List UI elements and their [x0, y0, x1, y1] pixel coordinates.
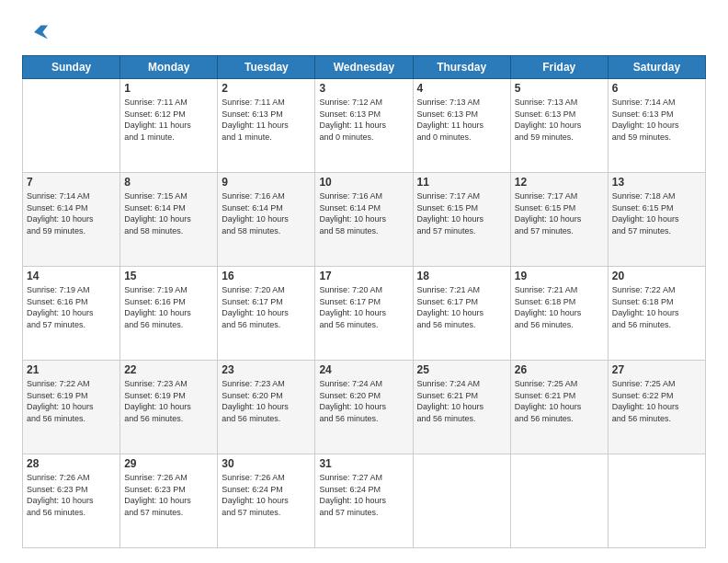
day-number: 2	[222, 82, 311, 95]
day-number: 22	[124, 363, 213, 376]
calendar-cell: 18Sunrise: 7:21 AM Sunset: 6:17 PM Dayli…	[413, 267, 510, 361]
day-info: Sunrise: 7:26 AM Sunset: 6:24 PM Dayligh…	[222, 472, 311, 518]
day-number: 5	[515, 82, 604, 95]
calendar-header-row: SundayMondayTuesdayWednesdayThursdayFrid…	[23, 56, 706, 79]
day-number: 25	[417, 363, 506, 376]
calendar-cell: 21Sunrise: 7:22 AM Sunset: 6:19 PM Dayli…	[23, 361, 120, 454]
day-number: 10	[319, 176, 408, 189]
calendar-cell: 4Sunrise: 7:13 AM Sunset: 6:13 PM Daylig…	[413, 79, 510, 173]
day-info: Sunrise: 7:20 AM Sunset: 6:17 PM Dayligh…	[319, 284, 408, 330]
logo	[22, 18, 51, 44]
calendar-cell	[23, 79, 120, 173]
day-number: 28	[27, 457, 116, 470]
calendar-cell	[413, 454, 510, 548]
day-info: Sunrise: 7:21 AM Sunset: 6:17 PM Dayligh…	[417, 284, 506, 330]
calendar-cell: 11Sunrise: 7:17 AM Sunset: 6:15 PM Dayli…	[413, 173, 510, 267]
day-number: 7	[27, 176, 116, 189]
svg-marker-0	[34, 25, 48, 39]
calendar-cell: 24Sunrise: 7:24 AM Sunset: 6:20 PM Dayli…	[315, 361, 413, 454]
calendar-cell	[510, 454, 608, 548]
day-info: Sunrise: 7:25 AM Sunset: 6:22 PM Dayligh…	[612, 378, 701, 424]
calendar-cell: 19Sunrise: 7:21 AM Sunset: 6:18 PM Dayli…	[510, 267, 608, 361]
day-info: Sunrise: 7:18 AM Sunset: 6:15 PM Dayligh…	[612, 190, 701, 236]
calendar-cell: 15Sunrise: 7:19 AM Sunset: 6:16 PM Dayli…	[120, 267, 218, 361]
calendar-cell: 17Sunrise: 7:20 AM Sunset: 6:17 PM Dayli…	[315, 267, 413, 361]
day-info: Sunrise: 7:11 AM Sunset: 6:13 PM Dayligh…	[222, 97, 311, 143]
day-info: Sunrise: 7:13 AM Sunset: 6:13 PM Dayligh…	[515, 97, 604, 143]
calendar-cell: 23Sunrise: 7:23 AM Sunset: 6:20 PM Dayli…	[218, 361, 315, 454]
day-number: 21	[27, 363, 116, 376]
calendar-cell: 2Sunrise: 7:11 AM Sunset: 6:13 PM Daylig…	[218, 79, 315, 173]
calendar-week-1: 1Sunrise: 7:11 AM Sunset: 6:12 PM Daylig…	[23, 79, 706, 173]
header	[22, 18, 706, 44]
day-number: 23	[222, 363, 311, 376]
day-info: Sunrise: 7:24 AM Sunset: 6:20 PM Dayligh…	[319, 378, 408, 424]
calendar-week-5: 28Sunrise: 7:26 AM Sunset: 6:23 PM Dayli…	[23, 454, 706, 548]
day-info: Sunrise: 7:14 AM Sunset: 6:14 PM Dayligh…	[27, 190, 116, 236]
day-info: Sunrise: 7:23 AM Sunset: 6:20 PM Dayligh…	[222, 378, 311, 424]
calendar-cell: 31Sunrise: 7:27 AM Sunset: 6:24 PM Dayli…	[315, 454, 413, 548]
day-number: 20	[612, 270, 701, 282]
day-header-thursday: Thursday	[413, 56, 510, 79]
calendar-cell: 27Sunrise: 7:25 AM Sunset: 6:22 PM Dayli…	[608, 361, 705, 454]
calendar-week-3: 14Sunrise: 7:19 AM Sunset: 6:16 PM Dayli…	[23, 267, 706, 361]
day-header-sunday: Sunday	[23, 56, 120, 79]
day-info: Sunrise: 7:22 AM Sunset: 6:18 PM Dayligh…	[612, 284, 701, 330]
calendar-cell: 16Sunrise: 7:20 AM Sunset: 6:17 PM Dayli…	[218, 267, 315, 361]
day-info: Sunrise: 7:11 AM Sunset: 6:12 PM Dayligh…	[124, 97, 213, 143]
page: SundayMondayTuesdayWednesdayThursdayFrid…	[0, 0, 728, 563]
calendar-cell: 26Sunrise: 7:25 AM Sunset: 6:21 PM Dayli…	[510, 361, 608, 454]
day-number: 30	[222, 457, 311, 470]
day-info: Sunrise: 7:23 AM Sunset: 6:19 PM Dayligh…	[124, 378, 213, 424]
day-info: Sunrise: 7:16 AM Sunset: 6:14 PM Dayligh…	[319, 190, 408, 236]
day-info: Sunrise: 7:19 AM Sunset: 6:16 PM Dayligh…	[27, 284, 116, 330]
day-info: Sunrise: 7:21 AM Sunset: 6:18 PM Dayligh…	[515, 284, 604, 330]
day-number: 16	[222, 270, 311, 282]
day-info: Sunrise: 7:13 AM Sunset: 6:13 PM Dayligh…	[417, 97, 506, 143]
calendar-table: SundayMondayTuesdayWednesdayThursdayFrid…	[22, 55, 706, 548]
day-header-friday: Friday	[510, 56, 608, 79]
calendar-cell: 8Sunrise: 7:15 AM Sunset: 6:14 PM Daylig…	[120, 173, 218, 267]
day-info: Sunrise: 7:19 AM Sunset: 6:16 PM Dayligh…	[124, 284, 213, 330]
day-number: 6	[612, 82, 701, 95]
day-number: 9	[222, 176, 311, 189]
day-number: 13	[612, 176, 701, 189]
day-info: Sunrise: 7:17 AM Sunset: 6:15 PM Dayligh…	[515, 190, 604, 236]
calendar-cell: 10Sunrise: 7:16 AM Sunset: 6:14 PM Dayli…	[315, 173, 413, 267]
day-number: 15	[124, 270, 213, 282]
calendar-cell: 28Sunrise: 7:26 AM Sunset: 6:23 PM Dayli…	[23, 454, 120, 548]
day-number: 29	[124, 457, 213, 470]
day-number: 14	[27, 270, 116, 282]
day-number: 31	[319, 457, 408, 470]
calendar-cell: 3Sunrise: 7:12 AM Sunset: 6:13 PM Daylig…	[315, 79, 413, 173]
day-info: Sunrise: 7:27 AM Sunset: 6:24 PM Dayligh…	[319, 472, 408, 518]
day-info: Sunrise: 7:20 AM Sunset: 6:17 PM Dayligh…	[222, 284, 311, 330]
day-number: 27	[612, 363, 701, 376]
day-number: 1	[124, 82, 213, 95]
day-info: Sunrise: 7:15 AM Sunset: 6:14 PM Dayligh…	[124, 190, 213, 236]
calendar-cell: 13Sunrise: 7:18 AM Sunset: 6:15 PM Dayli…	[608, 173, 705, 267]
calendar-cell: 9Sunrise: 7:16 AM Sunset: 6:14 PM Daylig…	[218, 173, 315, 267]
calendar-cell: 7Sunrise: 7:14 AM Sunset: 6:14 PM Daylig…	[23, 173, 120, 267]
day-info: Sunrise: 7:26 AM Sunset: 6:23 PM Dayligh…	[27, 472, 116, 518]
calendar-cell: 29Sunrise: 7:26 AM Sunset: 6:23 PM Dayli…	[120, 454, 218, 548]
calendar-cell: 14Sunrise: 7:19 AM Sunset: 6:16 PM Dayli…	[23, 267, 120, 361]
day-number: 4	[417, 82, 506, 95]
calendar-cell: 12Sunrise: 7:17 AM Sunset: 6:15 PM Dayli…	[510, 173, 608, 267]
calendar-cell: 20Sunrise: 7:22 AM Sunset: 6:18 PM Dayli…	[608, 267, 705, 361]
day-info: Sunrise: 7:24 AM Sunset: 6:21 PM Dayligh…	[417, 378, 506, 424]
calendar-cell: 22Sunrise: 7:23 AM Sunset: 6:19 PM Dayli…	[120, 361, 218, 454]
day-number: 8	[124, 176, 213, 189]
calendar-cell: 25Sunrise: 7:24 AM Sunset: 6:21 PM Dayli…	[413, 361, 510, 454]
day-info: Sunrise: 7:22 AM Sunset: 6:19 PM Dayligh…	[27, 378, 116, 424]
day-info: Sunrise: 7:14 AM Sunset: 6:13 PM Dayligh…	[612, 97, 701, 143]
day-number: 17	[319, 270, 408, 282]
day-info: Sunrise: 7:25 AM Sunset: 6:21 PM Dayligh…	[515, 378, 604, 424]
day-number: 26	[515, 363, 604, 376]
day-info: Sunrise: 7:26 AM Sunset: 6:23 PM Dayligh…	[124, 472, 213, 518]
day-number: 19	[515, 270, 604, 282]
day-info: Sunrise: 7:12 AM Sunset: 6:13 PM Dayligh…	[319, 97, 408, 143]
day-number: 3	[319, 82, 408, 95]
calendar-cell: 6Sunrise: 7:14 AM Sunset: 6:13 PM Daylig…	[608, 79, 705, 173]
day-number: 11	[417, 176, 506, 189]
